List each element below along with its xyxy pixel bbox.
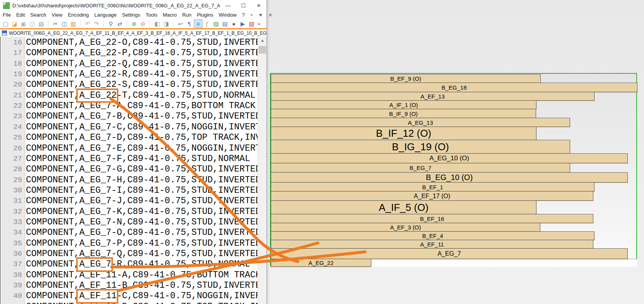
line-number: 36 bbox=[3, 250, 22, 258]
scrollbar-thumb[interactable] bbox=[259, 46, 266, 54]
sync-vertical-icon[interactable]: ◧ bbox=[153, 19, 162, 28]
menu-close-button[interactable]: ✕ bbox=[266, 12, 275, 18]
saved-file-icon bbox=[2, 31, 7, 36]
menu-item-tools[interactable]: Tools bbox=[143, 11, 160, 19]
line-number: 34 bbox=[3, 228, 22, 237]
code-line-24[interactable]: COMPONENT,A_EG_7-C,C89-41-0.75,NOGGIN,IN… bbox=[26, 122, 258, 132]
line-number: 18 bbox=[3, 59, 22, 68]
line-number: 24 bbox=[3, 123, 22, 131]
menu-dropdown-button[interactable]: ▼ bbox=[256, 12, 266, 18]
code-line-16[interactable]: COMPONENT,A_EG_22-O,C89-41-0.75,STUD,INV… bbox=[26, 37, 258, 48]
app-icon bbox=[3, 2, 10, 9]
code-line-30[interactable]: COMPONENT,A_EG_7-I,C89-41-0.75,STUD,INVE… bbox=[26, 185, 258, 195]
code-line-41[interactable]: COMPONENT,A_EF_11-D,C89-41-0.75,TOP TRAC… bbox=[26, 302, 258, 304]
minimize-button[interactable]: — bbox=[220, 0, 236, 11]
code-line-40[interactable]: COMPONENT,A_EF_11-C,C89-41-0.75,NOGGIN,I… bbox=[26, 291, 258, 301]
toolbar-overflow-chevron[interactable]: » bbox=[258, 21, 260, 27]
document-map-icon[interactable]: ▨ bbox=[212, 19, 220, 28]
zoom-in-icon[interactable]: ⊕ bbox=[130, 19, 138, 28]
document-list-icon[interactable]: ▤ bbox=[220, 19, 229, 28]
menu-item-view[interactable]: View bbox=[49, 11, 65, 19]
save-icon[interactable]: ▣ bbox=[19, 19, 28, 28]
close-button[interactable]: ✕ bbox=[251, 0, 266, 11]
menu-item-language[interactable]: Language bbox=[92, 11, 120, 19]
menu-item-settings[interactable]: Settings bbox=[120, 11, 143, 19]
toolbar-separator bbox=[80, 20, 83, 27]
code-line-18[interactable]: COMPONENT,A_EG_22-Q,C89-41-0.75,STUD,INV… bbox=[26, 59, 258, 69]
code-line-31[interactable]: COMPONENT,A_EG_7-J,C89-41-0.75,STUD,INVE… bbox=[26, 196, 258, 206]
menu-item-run[interactable]: Run bbox=[179, 11, 194, 19]
line-number: 21 bbox=[3, 91, 22, 100]
maximize-button[interactable]: ☐ bbox=[236, 0, 251, 11]
menu-item-search[interactable]: Search bbox=[27, 11, 49, 19]
macro-play-icon[interactable]: ▶ bbox=[238, 19, 247, 28]
window-title: D:\vxbd\au\30\shared\projects\WOORITE_00… bbox=[12, 3, 220, 8]
word-wrap-icon[interactable]: ↩ bbox=[176, 19, 185, 28]
new-file-icon[interactable]: ▢ bbox=[1, 19, 10, 28]
menu-item-window[interactable]: Window bbox=[216, 11, 239, 19]
print-icon[interactable]: ▤ bbox=[37, 19, 46, 28]
code-line-21[interactable]: COMPONENT,A_EG_22-T,C89-41-0.75,STUD,NOR… bbox=[26, 90, 256, 100]
menu-item-encoding[interactable]: Encoding bbox=[65, 11, 92, 19]
menu-plus-button[interactable]: + bbox=[248, 12, 256, 18]
function-list-icon[interactable]: ƒ bbox=[203, 19, 212, 28]
indent-guide-icon[interactable]: ≡ bbox=[194, 19, 203, 28]
code-line-26[interactable]: COMPONENT,A_EG_7-E,C89-41-0.75,NOGGIN,IN… bbox=[26, 143, 258, 153]
zoom-out-icon[interactable]: ⊖ bbox=[138, 19, 147, 28]
show-symbols-icon[interactable]: ¶ bbox=[185, 19, 194, 28]
code-line-19[interactable]: COMPONENT,A_EG_22-R,C89-41-0.75,STUD,INV… bbox=[26, 69, 258, 79]
monitor-doc-icon[interactable]: ▧ bbox=[247, 19, 256, 28]
code-line-38[interactable]: COMPONENT,A_EF_11-A,C89-41-0.75,BOTTOM T… bbox=[26, 270, 258, 280]
menu-item-macro[interactable]: Macro bbox=[160, 11, 179, 19]
save-all-icon[interactable]: ◫ bbox=[28, 19, 37, 28]
line-number: 33 bbox=[3, 218, 22, 226]
board-bar-b_ef_1: B_EF_1 bbox=[271, 182, 594, 192]
board-bar-a_ef_13: A_EF_13 bbox=[271, 92, 594, 101]
menu-item-edit[interactable]: Edit bbox=[14, 11, 27, 19]
vertical-scrollbar[interactable]: ▲ bbox=[258, 37, 266, 304]
toolbar: ▢◪▣◫▤✂◫▥↶↷⚲⇄⊕⊖◧◨↩¶≡ƒ▨▤●▶▧» bbox=[0, 19, 266, 28]
scroll-up-arrow[interactable]: ▲ bbox=[258, 37, 266, 44]
code-line-35[interactable]: COMPONENT,A_EG_7-P,C89-41-0.75,STUD,INVE… bbox=[26, 238, 258, 248]
code-line-32[interactable]: COMPONENT,A_EG_7-K,C89-41-0.75,STUD,INVE… bbox=[26, 207, 258, 217]
macro-record-icon[interactable]: ● bbox=[229, 19, 238, 28]
menu-item-[interactable]: ? bbox=[239, 11, 248, 19]
cut-icon[interactable]: ✂ bbox=[51, 19, 60, 28]
redo-icon[interactable]: ↷ bbox=[92, 19, 101, 28]
board-bar-b_if_12: B_IF_12 (O) bbox=[271, 127, 536, 140]
code-line-25[interactable]: COMPONENT,A_EG_7-D,C89-41-0.75,TOP TRACK… bbox=[26, 132, 258, 143]
undo-icon[interactable]: ↶ bbox=[83, 19, 92, 28]
menu-extra-controls: +▼✕ bbox=[248, 12, 275, 18]
code-line-36[interactable]: COMPONENT,A_EG_7-Q,C89-41-0.75,STUD,INVE… bbox=[26, 249, 258, 259]
bar-label: A_IF_5 (O) bbox=[379, 202, 429, 214]
code-line-28[interactable]: COMPONENT,A_EG_7-G,C89-41-0.75,STUD,INVE… bbox=[26, 164, 258, 174]
line-number: 28 bbox=[3, 165, 22, 173]
toolbar-separator bbox=[103, 20, 106, 27]
menu-item-file[interactable]: File bbox=[0, 11, 14, 19]
board-bar-a_ef_3: A_EF_3 (O) bbox=[271, 223, 540, 232]
board-bar-b_ig_19: B_IG_19 (O) bbox=[271, 140, 570, 154]
bar-label: A_EF_3 (O) bbox=[390, 224, 421, 231]
line-number: 32 bbox=[3, 207, 22, 216]
code-line-39[interactable]: COMPONENT,A_EF_11-B,C89-41-0.75,STUD,INV… bbox=[26, 280, 258, 290]
paste-icon[interactable]: ▥ bbox=[69, 19, 78, 28]
code-line-37[interactable]: COMPONENT,A_EG_7-R,C89-41-0.75,STUD,NORM… bbox=[26, 259, 250, 269]
code-line-34[interactable]: COMPONENT,A_EG_7-O,C89-41-0.75,STUD,INVE… bbox=[26, 228, 258, 238]
code-line-22[interactable]: COMPONENT,A_EG_7-A,C89-41-0.75,BOTTOM TR… bbox=[26, 101, 256, 111]
title-bar[interactable]: D:\vxbd\au\30\shared\projects\WOORITE_00… bbox=[0, 0, 266, 11]
editor-area[interactable]: 1617181920212223242526272829303132333435… bbox=[0, 37, 266, 304]
menu-item-plugins[interactable]: Plugins bbox=[194, 11, 216, 19]
code-line-23[interactable]: COMPONENT,A_EG_7-B,C89-41-0.75,STUD,INVE… bbox=[26, 111, 258, 121]
find-icon[interactable]: ⚲ bbox=[106, 19, 115, 28]
sync-horizontal-icon[interactable]: ◨ bbox=[162, 19, 171, 28]
copy-icon[interactable]: ◫ bbox=[60, 19, 69, 28]
code-line-20[interactable]: COMPONENT,A_EG_22-S,C89-41-0.75,STUD,INV… bbox=[26, 80, 258, 90]
open-folder-icon[interactable]: ◪ bbox=[10, 19, 19, 28]
code-line-33[interactable]: COMPONENT,A_EG_7-N,C89-41-0.75,STUD,INVE… bbox=[26, 217, 258, 227]
replace-icon[interactable]: ⇄ bbox=[115, 19, 124, 28]
code-line-29[interactable]: COMPONENT,A_EG_7-H,C89-41-0.75,STUD,INVE… bbox=[26, 175, 258, 185]
code-line-27[interactable]: COMPONENT,A_EG_7-F,C89-41-0.75,STUD,NORM… bbox=[26, 154, 250, 164]
text-area[interactable]: COMPONENT,A_EG_22-O,C89-41-0.75,STUD,INV… bbox=[25, 37, 258, 304]
tab-active-document[interactable]: WOORITE_006G_A_EG_22_A_EG_7_A_EF_11_B_EF… bbox=[0, 28, 266, 37]
code-line-17[interactable]: COMPONENT,A_EG_22-P,C89-41-0.75,STUD,INV… bbox=[26, 48, 258, 58]
